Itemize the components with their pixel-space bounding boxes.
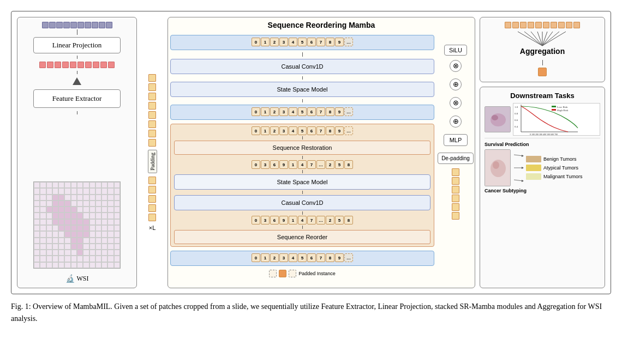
subtyping-label: Cancer Subtyping [485,188,600,193]
padding-area: Padding ×L [141,17,163,288]
svg-rect-18 [552,106,556,107]
reordered-row: 0 3 6 9 1 4 7 … 2 5 8 [174,160,430,169]
seq-r-9: 9 [279,160,288,169]
microscope-icon: 🔬 [65,274,75,283]
seq-b-5: 5 [335,216,344,225]
patch-cell [34,188,40,194]
patch-cell [83,225,89,231]
middle-title: Sequence Reordering Mamba [168,17,475,32]
svg-line-30 [514,180,523,181]
patch-cell [107,250,113,256]
multiply-op-2: ⊗ [450,97,462,109]
seq-num-7c: 7 [316,126,325,135]
svg-point-10 [491,113,506,126]
token-sq-red [39,62,46,68]
seq-num-dashed: … [344,38,353,46]
patch-cell [95,250,101,256]
patch-cell [46,231,52,237]
patch-cell [40,219,46,225]
patch-cell [101,244,107,250]
patch-cell [107,219,113,225]
patch-cell [71,225,77,231]
survival-label: Survival Prediction [485,142,600,147]
patch-cell [71,195,77,201]
survival-chart-svg: 1.0 0.8 0.6 0.4 Low Risk High Risk [513,104,600,135]
plus-op-1: ⊕ [450,78,462,90]
token-sq-red [85,62,92,68]
seq-b-6: 6 [270,216,279,225]
seq-num-2: 2 [270,38,279,46]
patch-cell [40,262,46,268]
patch-cell [40,182,46,188]
patch-cell [71,182,77,188]
mamba-main-col: 0 1 2 3 4 5 6 7 8 9 … [168,32,436,288]
patch-cell [64,219,70,225]
seq-num-row-bottom: 0 1 2 3 4 5 6 7 8 9 … [174,253,430,262]
token-sq-blue [70,22,77,28]
patch-cell [40,195,46,201]
seq-num-8b: 8 [326,107,334,116]
patch-cell [77,238,83,244]
token-sq-blue [63,22,70,28]
patch-cell [107,225,113,231]
patch-cell [89,256,95,262]
seq-reorder-label: Sequence Reorder [179,232,426,242]
patch-cell [52,213,58,219]
patch-cell [58,201,64,207]
patch-cell [89,262,95,268]
small-sq-r [452,195,459,202]
patch-cell [64,238,70,244]
padded-instance-label: Padded Instance [298,271,336,276]
seq-num-dashed-3: … [344,126,353,135]
token-sq-blue [77,22,84,28]
seq-num-0: 0 [252,38,260,46]
patch-cell [64,250,70,256]
patch-cell [34,231,40,237]
seq-r-dashed: … [316,160,325,169]
patch-cell [40,207,46,213]
patch-cell [107,238,113,244]
seq-num-5b: 5 [298,107,307,116]
patch-cell [46,256,52,262]
patch-cell [89,207,95,213]
agg-token-9 [566,22,572,28]
patch-cell [46,238,52,244]
patch-cell [101,225,107,231]
seq-num-7d: 7 [316,253,325,262]
patch-cell [52,182,58,188]
small-sq [148,130,156,137]
patch-cell [101,238,107,244]
small-sq [148,204,156,212]
patch-cell [58,244,64,250]
patch-cell [71,213,77,219]
agg-token-8 [558,22,565,28]
patch-cell [58,213,64,219]
svg-line-26 [514,155,523,156]
patch-cell [83,256,89,262]
atypical-row: Atypical Tumors [526,165,600,171]
agg-token-2 [512,22,519,28]
subtype-labels: Benign Tumors Atypical Tumors Malignant … [526,156,600,180]
seq-r-1: 1 [289,160,297,169]
patch-cell [89,195,95,201]
patch-cell [77,213,83,219]
patch-cell [83,182,89,188]
seq-block-top-blue: 0 1 2 3 4 5 6 7 8 9 … [170,35,434,50]
patch-cell [107,195,113,201]
small-sq [148,186,156,193]
seq-restoration-block: Sequence Restoration [174,141,430,155]
patch-cell [34,225,40,231]
patch-cell [114,207,120,213]
patch-cell [52,207,58,213]
token-sq-blue [49,22,56,28]
seq-b-2: 2 [326,216,334,225]
subtyping-path-image [485,149,511,186]
patch-cell [89,225,95,231]
seq-r-5: 5 [335,160,344,169]
seq-b-8: 8 [344,216,353,225]
seq-num-8c: 8 [326,126,334,135]
patch-cell [101,250,107,256]
seq-num-0d: 0 [252,253,260,262]
patch-cell [89,182,95,188]
patch-cell [64,225,70,231]
